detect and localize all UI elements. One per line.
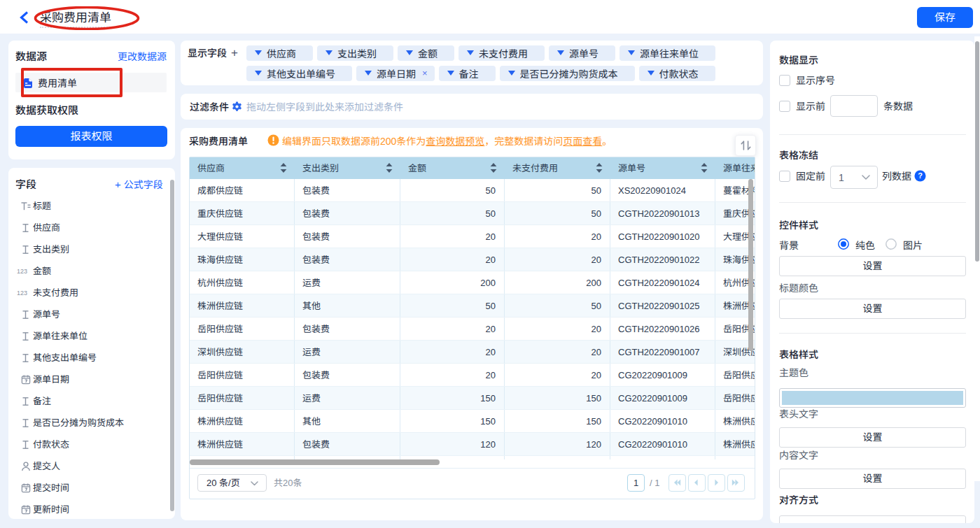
svg-text:?: ? (918, 171, 923, 180)
